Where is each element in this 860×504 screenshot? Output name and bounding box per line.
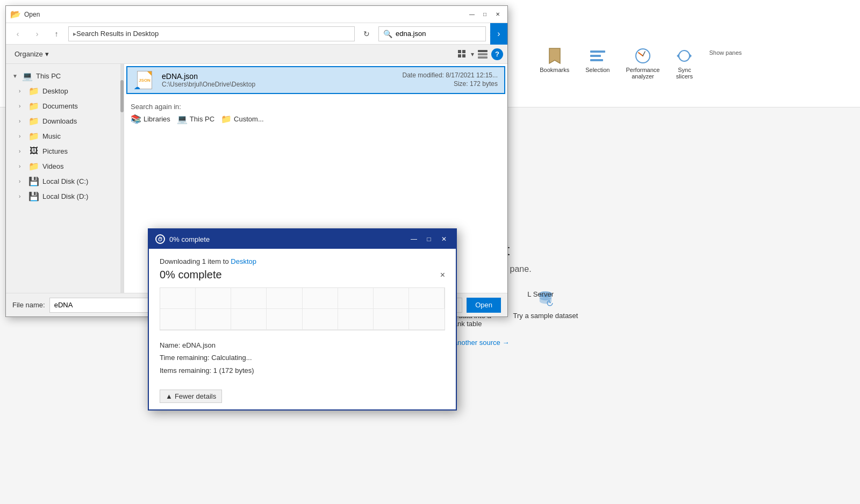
search-box: 🔍 ✕: [378, 26, 486, 41]
file-size: Size: 172 bytes: [403, 80, 498, 88]
sidebar-item-music[interactable]: › 📁 Music: [6, 128, 124, 143]
progress-cell-12: [267, 309, 302, 330]
thispc-search-icon: 💻: [177, 114, 188, 124]
view-details-btn[interactable]: [475, 47, 490, 62]
up-btn[interactable]: ↑: [49, 26, 64, 41]
dialog-minimize-btn[interactable]: —: [467, 9, 477, 20]
documents-icon: 📁: [28, 101, 39, 111]
address-bar: ‹ › ↑ ▸ Search Results in Desktop ↻ 🔍 ✕ …: [6, 23, 507, 45]
download-details: Name: eDNA.json Time remaining: Calculat…: [160, 339, 445, 377]
download-progress-dialog: ⏱ 0% complete — □ ✕ Downloading 1 item t…: [148, 228, 457, 411]
progress-cell-11: [231, 309, 267, 330]
search-go-btn[interactable]: ›: [490, 23, 507, 45]
organize-btn[interactable]: Organize ▾: [10, 48, 53, 60]
back-btn[interactable]: ‹: [10, 26, 25, 41]
download-dest-link[interactable]: Desktop: [231, 257, 256, 265]
desktop-icon: 📁: [28, 86, 39, 96]
local-disk-c-icon: 💾: [28, 176, 39, 186]
forward-btn[interactable]: ›: [30, 26, 45, 41]
help-btn[interactable]: ?: [491, 48, 503, 60]
address-path[interactable]: ▸ Search Results in Desktop: [68, 26, 355, 41]
download-destination: Downloading 1 item to Desktop: [160, 257, 445, 265]
search-thispc-link[interactable]: 💻 This PC: [177, 114, 214, 124]
sidebar-label-d: Local Disk (D:): [42, 192, 88, 200]
svg-rect-15: [478, 53, 488, 55]
sidebar-item-downloads[interactable]: › 📁 Downloads: [6, 113, 124, 128]
cloud-icon: ☁: [134, 83, 140, 91]
search-input[interactable]: [396, 30, 486, 38]
progress-close-x[interactable]: ×: [440, 270, 445, 280]
download-dest-text: Downloading 1 item to: [160, 257, 229, 265]
powerbi-background: Bookmarks Selection: [0, 0, 860, 504]
bookmarks-tool[interactable]: Bookmarks: [540, 47, 569, 73]
expand-arrow-c: ›: [19, 178, 25, 184]
svg-rect-12: [458, 54, 461, 57]
dialog-title-icon: 📂: [10, 9, 21, 19]
selection-tool[interactable]: Selection: [585, 47, 610, 73]
dialog-titlebar: 📂 Open — □ ✕: [6, 6, 507, 23]
sync-icon: [676, 47, 693, 64]
sidebar-item-localdisk-c[interactable]: › 💾 Local Disk (C:): [6, 174, 124, 189]
search-again-links: 📚 Libraries 💻 This PC 📁 Custom...: [131, 114, 501, 124]
dialog-title-text: Open: [24, 11, 40, 18]
download-footer: ▲ Fewer details: [149, 385, 456, 409]
view-icons: ▾ ?: [455, 47, 503, 62]
download-time-row: Time remaining: Calculating...: [160, 351, 445, 364]
svg-rect-11: [462, 50, 465, 53]
progress-cell-14: [338, 309, 374, 330]
expand-arrow-documents: ›: [19, 103, 25, 109]
search-again-section: Search again in: 📚 Libraries 💻 This PC 📁: [124, 96, 507, 131]
sidebar-item-videos[interactable]: › 📁 Videos: [6, 159, 124, 174]
performance-icon: [634, 47, 651, 64]
sidebar-scrollbar[interactable]: [120, 64, 124, 293]
sidebar-item-documents[interactable]: › 📁 Documents: [6, 98, 124, 113]
sync-slicers-tool[interactable]: Sync slicers: [676, 47, 693, 80]
file-meta: Date modified: 8/17/2021 12:15... Size: …: [403, 71, 498, 89]
selection-label: Selection: [585, 67, 610, 73]
sidebar-item-thispc[interactable]: ▼ 💻 This PC: [6, 68, 124, 83]
svg-rect-10: [458, 50, 461, 53]
organize-label: Organize: [15, 50, 43, 58]
progress-cell-15: [374, 309, 409, 330]
fewer-details-btn[interactable]: ▲ Fewer details: [160, 390, 222, 403]
view-list-btn[interactable]: [455, 47, 470, 62]
download-items-row: Items remaining: 1 (172 bytes): [160, 364, 445, 377]
sidebar-item-localdisk-d[interactable]: › 💾 Local Disk (D:): [6, 189, 124, 204]
download-progress-header: 0% complete ×: [160, 269, 445, 281]
sidebar-label-downloads: Downloads: [42, 117, 77, 125]
selection-icon: [589, 47, 606, 64]
thispc-icon: 💻: [22, 71, 33, 81]
search-custom-link[interactable]: 📁 Custom...: [221, 114, 264, 124]
download-close-btn[interactable]: ✕: [439, 234, 449, 244]
expand-arrow-downloads: ›: [19, 118, 25, 124]
dialog-close-btn[interactable]: ✕: [492, 9, 503, 20]
svg-rect-14: [478, 50, 488, 52]
dialog-maximize-btn[interactable]: □: [479, 9, 490, 20]
search-again-label: Search again in:: [131, 103, 181, 111]
pictures-icon: 🖼: [28, 146, 39, 156]
fewer-details-arrow: ▲: [166, 392, 173, 400]
expand-arrow-d: ›: [19, 193, 25, 199]
download-minimize-btn[interactable]: —: [408, 234, 419, 244]
sidebar-item-pictures[interactable]: › 🖼 Pictures: [6, 143, 124, 159]
size-label: Size:: [454, 80, 468, 88]
progress-header-text: 0% complete: [160, 269, 222, 281]
sidebar-label-desktop: Desktop: [42, 87, 68, 95]
open-button[interactable]: Open: [467, 298, 501, 313]
sidebar-label-documents: Documents: [42, 102, 78, 110]
expand-arrow-pictures: ›: [19, 148, 25, 154]
thispc-search-label: This PC: [190, 115, 214, 123]
file-info: eDNA.json C:\Users\brjul\OneDrive\Deskto…: [162, 72, 396, 88]
time-value: Calculating...: [211, 354, 252, 362]
download-title-text: ⏱ 0% complete: [155, 234, 210, 244]
fewer-details-label: Fewer details: [175, 392, 216, 400]
search-libraries-link[interactable]: 📚 Libraries: [131, 114, 170, 124]
sidebar-scroll-thumb[interactable]: [120, 80, 124, 112]
file-item-edna[interactable]: JSON ☁ eDNA.json C:\Users\brjul\OneDrive…: [126, 66, 505, 94]
refresh-btn[interactable]: ↻: [359, 26, 374, 41]
progress-cell-3: [231, 288, 267, 309]
bookmarks-label: Bookmarks: [540, 67, 569, 73]
sidebar-item-desktop[interactable]: › 📁 Desktop: [6, 83, 124, 98]
download-maximize-btn[interactable]: □: [424, 234, 434, 244]
performance-tool[interactable]: Performance analyzer: [626, 47, 660, 80]
